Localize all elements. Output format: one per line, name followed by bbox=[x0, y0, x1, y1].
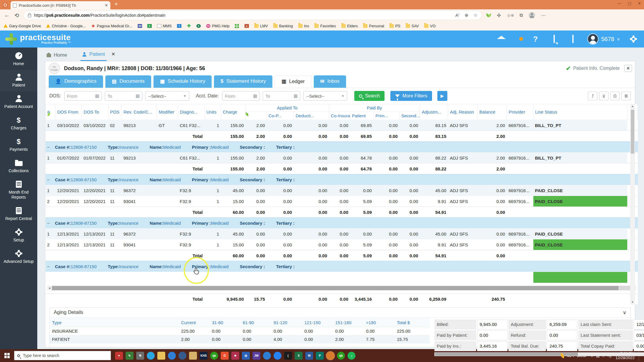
column-header-adjReason[interactable]: Adj. Reason bbox=[448, 104, 478, 120]
bookmark-item[interactable]: X bbox=[147, 24, 152, 28]
tab-statement-history[interactable]: $Statement History bbox=[214, 75, 272, 88]
extensions-icon[interactable]: ✣ bbox=[497, 13, 501, 18]
taskbar-app-icon[interactable] bbox=[263, 352, 271, 360]
user-chip[interactable]: 5678 ∨ bbox=[587, 33, 620, 45]
taskbar-app-icon[interactable]: KHS bbox=[200, 352, 208, 360]
column-header-charge[interactable]: Charge bbox=[221, 104, 246, 120]
bookmark-item[interactable]: Elders bbox=[341, 24, 358, 28]
column-header-dosTo[interactable]: DOS To bbox=[82, 104, 108, 120]
column-header-coP[interactable]: Co-P... bbox=[267, 112, 294, 120]
bookmark-item[interactable]: PSPMG Help bbox=[206, 24, 230, 28]
acct-from-input[interactable]: From▦ bbox=[222, 91, 260, 101]
tab-ledger[interactable]: ▥Ledger bbox=[275, 75, 311, 88]
vertical-scrollbar[interactable]: ▲ ▼ bbox=[630, 104, 635, 305]
column-header-diagno[interactable]: Diagno... bbox=[178, 104, 205, 120]
dos-to-input[interactable]: To▦ bbox=[105, 91, 142, 101]
taskbar-app-icon[interactable] bbox=[189, 352, 197, 360]
bookmark-item[interactable] bbox=[235, 24, 239, 28]
bookmark-item[interactable]: Gary-Google Drive bbox=[4, 24, 41, 28]
taskbar-app-icon[interactable]: ⊞ bbox=[242, 352, 250, 360]
tab-inbox[interactable]: ✉Inbox bbox=[314, 75, 346, 88]
browser-tab[interactable]: PracticeSuite.com [#: PS8943] Th ✕ bbox=[11, 1, 110, 9]
horizontal-scrollbar-row[interactable]: ◄► bbox=[45, 283, 638, 294]
sidebar-item-report-central[interactable]: Report Central bbox=[0, 204, 37, 225]
collapse-icon[interactable]: − bbox=[47, 177, 50, 182]
column-header-patient[interactable]: Patient bbox=[350, 112, 374, 120]
minimize-icon[interactable]: — bbox=[618, 1, 621, 6]
column-header-adjustm[interactable]: Adjustm... bbox=[420, 104, 448, 120]
calendar-icon[interactable]: ▦ bbox=[294, 93, 298, 99]
column-header-provider[interactable]: Provider bbox=[507, 104, 533, 120]
bookmark-item[interactable]: MMS bbox=[157, 24, 172, 28]
collapse-icon[interactable]: − bbox=[47, 221, 50, 226]
chat-icon[interactable] bbox=[550, 35, 559, 43]
tab-demographics[interactable]: 👤Demographics bbox=[49, 75, 103, 88]
taskbar-app-icon[interactable] bbox=[168, 352, 176, 360]
taskbar-app-icon[interactable]: ✎ bbox=[126, 352, 134, 360]
taskbar-app-icon[interactable]: qb bbox=[337, 352, 345, 360]
refresh-icon[interactable]: ⟲ bbox=[14, 12, 19, 19]
cell-dosFrom[interactable]: 12/13/2021 bbox=[55, 239, 82, 250]
case-header-row[interactable]: −Case #:12808-87150Type:InsuranceName:Me… bbox=[45, 261, 638, 272]
settings-gear-icon[interactable] bbox=[630, 35, 637, 43]
taskbar-app-icon[interactable] bbox=[178, 352, 186, 360]
acct-to-input[interactable]: To▦ bbox=[263, 91, 300, 101]
scrollbar-thumb[interactable] bbox=[631, 110, 634, 154]
cell-dosFrom[interactable]: 12/13/2021 bbox=[55, 229, 82, 239]
taskbar-app-icon[interactable]: W bbox=[305, 352, 313, 360]
patient-tab-close-icon[interactable]: ✕ bbox=[111, 51, 115, 57]
taskbar-app-icon[interactable]: ⧉ bbox=[136, 352, 144, 360]
back-icon[interactable]: ← bbox=[4, 12, 10, 18]
bookmark-item[interactable]: VO bbox=[424, 24, 436, 28]
taskbar-app-icon[interactable] bbox=[157, 352, 165, 360]
column-header-modifier[interactable]: Modifier bbox=[157, 104, 178, 120]
bookmark-item[interactable]: Christine - Google... bbox=[46, 24, 86, 28]
calendar-icon[interactable]: ▦ bbox=[253, 93, 257, 99]
bookmark-item[interactable]: PS bbox=[390, 24, 400, 28]
help-icon[interactable]: ? bbox=[531, 35, 540, 44]
bookmark-item[interactable]: Banking bbox=[273, 24, 293, 28]
bookmark-item[interactable]: LMV bbox=[254, 24, 268, 28]
tab-home[interactable]: Home bbox=[45, 50, 69, 61]
bookmark-item[interactable]: Ins bbox=[298, 24, 309, 28]
taskbar-search-input[interactable]: Type here to search bbox=[14, 351, 111, 360]
scroll-left-arrow[interactable]: ◄ bbox=[47, 286, 52, 290]
taskbar-app-icon[interactable] bbox=[326, 352, 334, 360]
bookmark-item[interactable]: Favorites bbox=[314, 24, 336, 28]
cell-dosTo[interactable]: 12/13/2021 bbox=[82, 229, 108, 239]
column-header-units[interactable]: Units bbox=[205, 104, 221, 120]
favorites-bar-icon[interactable]: ☆≡ bbox=[507, 13, 514, 18]
sidebar-item-advanced-setup[interactable]: Advanced Setup bbox=[0, 246, 37, 268]
sidebar-item-patient-account[interactable]: Patient Account bbox=[0, 92, 37, 113]
sidebar-item-month-end-reports[interactable]: Month End Reports bbox=[0, 177, 37, 204]
column-header-coIns[interactable]: Co-Insurance bbox=[329, 112, 350, 120]
scroll-down-arrow[interactable]: ▼ bbox=[630, 300, 635, 305]
extension-leaf-icon[interactable] bbox=[486, 13, 491, 18]
list-view-icon[interactable]: ≣ bbox=[621, 92, 631, 100]
sidebar-item-charges[interactable]: $Charges bbox=[0, 113, 37, 134]
taskbar-app-icon[interactable] bbox=[274, 352, 281, 360]
case-header-row[interactable]: −Case #:12808-87150Type:InsuranceName:Me… bbox=[45, 174, 638, 185]
column-header-revCode[interactable]: Rev. Code/C... bbox=[122, 104, 157, 120]
summary-horizontal-scrollbar[interactable] bbox=[434, 352, 644, 356]
expand-filters-button[interactable]: ▶ bbox=[437, 91, 447, 101]
collapse-icon[interactable]: − bbox=[47, 264, 50, 269]
bookmark-item[interactable]: ✚ bbox=[187, 24, 191, 28]
read-aloud-icon[interactable]: A⁾ bbox=[455, 13, 459, 18]
more-filters-button[interactable]: More Filters bbox=[390, 91, 432, 101]
scrollbar-thumb[interactable] bbox=[52, 286, 618, 290]
column-header-lineStatus[interactable]: Line Status bbox=[533, 104, 627, 120]
column-header-deduct[interactable]: Deducti... bbox=[294, 112, 329, 120]
maximize-icon[interactable]: ▢ bbox=[628, 1, 631, 6]
bookmark-item[interactable]: Personal bbox=[363, 24, 384, 28]
pdf-export-icon[interactable]: ⎙ bbox=[610, 92, 620, 100]
close-icon[interactable]: ✕ bbox=[638, 1, 641, 6]
taskbar-app-icon[interactable]: qb bbox=[210, 352, 218, 360]
column-header-second[interactable]: Second... bbox=[399, 112, 420, 120]
browser-menu-icon[interactable]: ⋯ bbox=[541, 13, 546, 18]
new-tab-button[interactable]: + bbox=[114, 1, 118, 8]
sidebar-item-home[interactable]: Home bbox=[0, 49, 37, 70]
column-header-dosFrom[interactable]: DOS From bbox=[55, 104, 82, 120]
taskbar-app-icon[interactable]: JW bbox=[252, 352, 260, 360]
cell-dosFrom[interactable]: 01/07/2022 bbox=[55, 153, 82, 163]
